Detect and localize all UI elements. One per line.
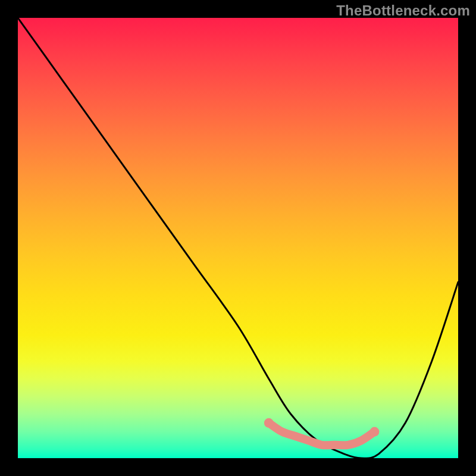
watermark-text: TheBottleneck.com [336,2,470,19]
plot-area [18,18,458,458]
optimal-range-path [269,423,375,446]
highlight-end-dot [264,418,274,428]
chart-frame: TheBottleneck.com [0,0,476,476]
curve-layer [18,18,458,458]
highlight-end-dot [369,427,379,437]
bottleneck-curve-path [18,18,458,458]
